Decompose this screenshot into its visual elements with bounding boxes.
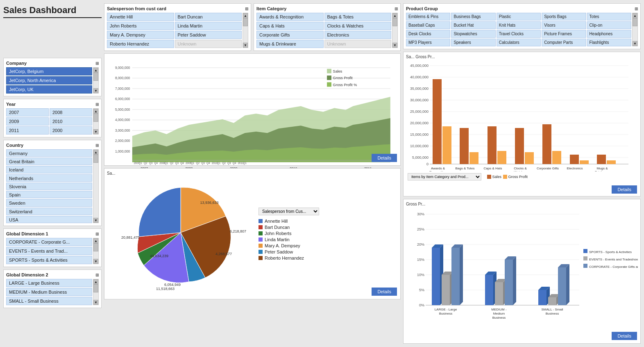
ic-caps[interactable]: Caps & Hats [256, 22, 324, 30]
pg-business-bags[interactable]: Business Bags [451, 13, 495, 21]
country-usa[interactable]: USA [6, 216, 92, 223]
year-2000[interactable]: 2000 [50, 126, 92, 135]
pg-scrollbar[interactable]: ▲ ▼ [632, 13, 638, 46]
sp-scrollbar[interactable]: ▲ ▼ [243, 13, 248, 48]
country-gb[interactable]: Great Britain [6, 158, 92, 165]
ic-scroll-down[interactable]: ▼ [392, 43, 397, 48]
country-filter-icon[interactable]: ⊞ [95, 143, 99, 148]
pg-stopwatches[interactable]: Stopwatches [451, 30, 495, 38]
company-item-2[interactable]: JetCorp, UK [6, 85, 92, 94]
pg-flashlights[interactable]: Flashlights [587, 39, 631, 46]
country-spain[interactable]: Spain [6, 191, 92, 198]
ic-clocks[interactable]: Clocks & Watches [324, 22, 392, 30]
pg-baseball[interactable]: Baseball Caps [406, 21, 450, 29]
pg-totes[interactable]: Totes [587, 13, 631, 21]
gdim1-corporate[interactable]: CORPORATE - Corporate G... [6, 238, 92, 246]
year-2008[interactable]: 2008 [50, 108, 92, 116]
pg-bucket[interactable]: Bucket Hat [451, 21, 495, 29]
gdim1-scroll-up[interactable]: ▲ [93, 238, 98, 243]
salesperson-filter-icon[interactable]: ⊞ [245, 7, 248, 11]
pg-emblems[interactable]: Emblems & Pins [406, 13, 450, 21]
sp-bart[interactable]: Bart Duncan [175, 13, 242, 21]
sp-annette[interactable]: Annette Hill [107, 13, 174, 21]
year-2007[interactable]: 2007 [6, 108, 49, 116]
year-scroll-down[interactable]: ▼ [93, 129, 98, 134]
sp-roberto[interactable]: Roberto Hernandez [107, 40, 174, 48]
global-dim2-icon[interactable]: ⊞ [95, 273, 99, 277]
sp-scroll-down[interactable]: ▼ [243, 43, 248, 48]
ic-scroll-up[interactable]: ▲ [392, 13, 397, 18]
svg-text:SMALL - Small: SMALL - Small [541, 308, 563, 311]
sp-mary[interactable]: Mary A. Dempsey [107, 31, 174, 39]
pg-scroll-up[interactable]: ▲ [633, 13, 637, 18]
company-filter-icon[interactable]: ⊞ [95, 61, 99, 66]
year-2009[interactable]: 2009 [6, 117, 49, 126]
item-category-icon[interactable]: ⊞ [395, 7, 398, 11]
year-scroll-up[interactable]: ▲ [93, 109, 98, 114]
country-iceland[interactable]: Iceland [6, 166, 92, 173]
area-chart-details-button[interactable]: Details [372, 154, 397, 162]
sp-john[interactable]: John Roberts [107, 22, 174, 30]
sp-linda[interactable]: Linda Martin [175, 22, 242, 30]
pg-desk-clocks[interactable]: Desk Clocks [406, 30, 450, 38]
country-scrollbar[interactable]: ▲ ▼ [93, 149, 99, 223]
ic-bags[interactable]: Bags & Totes [324, 13, 392, 21]
company-scrollbar[interactable]: ▲ ▼ [93, 67, 99, 94]
pg-scroll-down[interactable]: ▼ [633, 41, 637, 46]
pg-computer-parts[interactable]: Computer Parts [542, 39, 586, 46]
country-scroll-up[interactable]: ▲ [93, 150, 98, 155]
gdim2-scroll-down[interactable]: ▼ [93, 300, 98, 305]
year-2010[interactable]: 2010 [50, 117, 92, 126]
pg-plastic[interactable]: Plastic [497, 13, 541, 21]
ic-corporate[interactable]: Corporate Gifts [256, 31, 324, 39]
ic-awards[interactable]: Awards & Recognition [256, 13, 324, 21]
company-item-0[interactable]: JetCorp, Belgium [6, 67, 92, 75]
bar-chart-details-button[interactable]: Details [612, 185, 637, 194]
bar-chart-dropdown[interactable]: Items by Item Category and Prod... [408, 173, 481, 180]
pg-sports-bags[interactable]: Sports Bags [542, 13, 586, 21]
year-scrollbar[interactable]: ▲ ▼ [93, 108, 99, 135]
country-switzerland[interactable]: Switzerland [6, 208, 92, 215]
chart3d-details-button[interactable]: Details [612, 332, 637, 340]
pg-headphones[interactable]: Headphones [587, 30, 631, 38]
gdim1-sports[interactable]: SPORTS - Sports & Activities [6, 256, 92, 264]
country-netherlands[interactable]: Netherlands [6, 174, 92, 182]
pg-visors[interactable]: Visors [542, 21, 586, 29]
country-slovenia[interactable]: Slovenia [6, 183, 92, 190]
svg-text:Q3: Q3 [227, 162, 231, 165]
pg-calculators[interactable]: Calculators [497, 39, 541, 46]
year-2011[interactable]: 2011 [6, 126, 49, 135]
pg-speakers[interactable]: Speakers [451, 39, 495, 46]
country-scroll-down[interactable]: ▼ [93, 218, 98, 223]
gdim2-medium[interactable]: MEDIUM - Medium Business [6, 288, 92, 296]
pie-chart-dropdown[interactable]: Salesperson from Cus... [259, 208, 319, 215]
gdim1-scrollbar[interactable]: ▲ ▼ [93, 238, 99, 264]
pg-clipon[interactable]: Clip-on [587, 21, 631, 29]
country-germany[interactable]: Germany [6, 149, 92, 157]
sp-unknown[interactable]: Unknown [175, 40, 242, 48]
global-dim1-icon[interactable]: ⊞ [95, 232, 99, 236]
company-item-1[interactable]: JetCorp, North America [6, 76, 92, 84]
pg-knit[interactable]: Knit Hats [497, 21, 541, 29]
gdim2-scroll-up[interactable]: ▲ [93, 279, 98, 284]
gdim2-large[interactable]: LARGE - Large Business [6, 279, 92, 287]
gdim1-events[interactable]: EVENTS - Events and Trad... [6, 247, 92, 255]
sp-peter[interactable]: Peter Saddow [175, 31, 242, 39]
company-scroll-up[interactable]: ▲ [93, 68, 98, 73]
company-scroll-down[interactable]: ▼ [93, 88, 98, 93]
gdim2-scrollbar[interactable]: ▲ ▼ [93, 279, 99, 305]
sp-scroll-up[interactable]: ▲ [243, 13, 248, 18]
product-group-icon[interactable]: ⊞ [635, 7, 638, 11]
ic-scrollbar[interactable]: ▲ ▼ [392, 13, 398, 48]
year-filter-icon[interactable]: ⊞ [95, 102, 99, 107]
ic-mugs[interactable]: Mugs & Drinkware [256, 40, 324, 48]
ic-unknown[interactable]: Unknown [324, 40, 392, 48]
pie-chart-details-button[interactable]: Details [372, 288, 397, 296]
pg-mp3[interactable]: MP3 Players [406, 39, 450, 46]
gdim2-small[interactable]: SMALL - Small Business [6, 297, 92, 305]
country-sweden[interactable]: Sweden [6, 199, 92, 206]
ic-electronics[interactable]: Electronics [324, 31, 392, 39]
gdim1-scroll-down[interactable]: ▼ [93, 259, 98, 264]
pg-travel-clocks[interactable]: Travel Clocks [497, 30, 541, 38]
pg-picture-frames[interactable]: Picture Frames [542, 30, 586, 38]
